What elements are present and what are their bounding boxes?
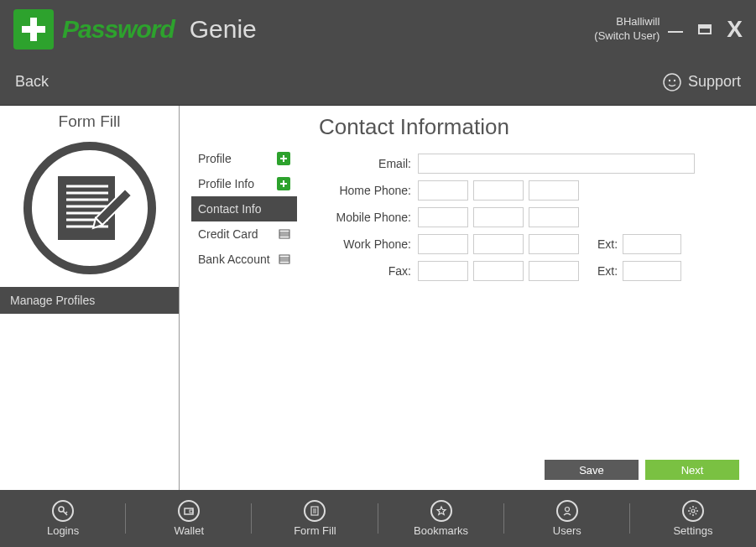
work-ext-field[interactable] <box>623 234 681 254</box>
home-phone-field-1[interactable] <box>418 180 468 201</box>
fax-ext-field[interactable] <box>623 261 681 281</box>
bottombar-item-bookmarks[interactable]: Bookmarks <box>378 490 504 547</box>
svg-point-2 <box>664 74 680 91</box>
mobile-phone-field-2[interactable] <box>473 207 524 227</box>
form-area: Contact Information Email: Home Phone: M… <box>302 106 756 490</box>
fax-label: Fax: <box>319 264 418 278</box>
svg-point-40 <box>691 509 695 513</box>
window-controls: X <box>668 18 743 41</box>
card-icon <box>279 228 290 240</box>
navbar: Back Support <box>0 59 756 106</box>
svg-point-4 <box>674 79 675 81</box>
mobile-phone-label: Mobile Phone: <box>319 211 418 224</box>
logo: Password Genie <box>13 9 257 49</box>
bottombar-label: Bookmarks <box>414 524 468 537</box>
work-ext-label: Ext: <box>597 237 618 251</box>
support-button[interactable]: Support <box>663 73 741 91</box>
svg-line-46 <box>696 513 696 514</box>
svg-line-31 <box>65 512 67 513</box>
bottombar-label: Users <box>553 524 581 537</box>
bottombar-item-form-fill[interactable]: Form Fill <box>252 490 378 547</box>
work-phone-field-1[interactable] <box>418 234 468 254</box>
subnav: Profile Profile Info Contact Info Credit… <box>180 106 302 490</box>
next-button[interactable]: Next <box>645 460 739 480</box>
subnav-label: Bank Account <box>198 253 270 266</box>
back-button[interactable]: Back <box>15 73 49 91</box>
work-phone-field-2[interactable] <box>473 234 524 254</box>
save-button[interactable]: Save <box>545 460 639 480</box>
bottombar-item-wallet[interactable]: Wallet <box>126 490 252 547</box>
user-info: BHalliwill (Switch User) <box>594 15 660 44</box>
home-phone-field-3[interactable] <box>529 180 579 201</box>
mobile-phone-field-3[interactable] <box>529 207 579 227</box>
bottombar-item-logins[interactable]: Logins <box>0 490 126 547</box>
bottombar-label: Form Fill <box>294 524 336 537</box>
svg-rect-32 <box>185 508 193 514</box>
svg-rect-7 <box>58 176 63 240</box>
home-phone-field-2[interactable] <box>473 180 524 201</box>
app-window: Password Genie BHalliwill (Switch User) … <box>0 0 756 547</box>
card-icon <box>279 253 290 265</box>
form-icon <box>304 500 326 522</box>
mobile-phone-field-1[interactable] <box>418 207 468 227</box>
svg-line-47 <box>690 513 691 514</box>
bottombar-label: Settings <box>673 524 712 537</box>
support-label: Support <box>688 73 741 91</box>
email-label: Email: <box>319 157 418 170</box>
sidebar: Form Fill Manage Profiles <box>0 106 180 490</box>
work-phone-field-3[interactable] <box>529 234 579 254</box>
subnav-label: Profile Info <box>198 177 254 190</box>
brand-password: Password <box>62 15 175 44</box>
gear-icon <box>682 500 704 522</box>
bottombar: Logins Wallet Form Fill Bookmarks Users … <box>0 490 756 547</box>
manage-profiles-button[interactable]: Manage Profiles <box>0 287 179 314</box>
fax-field-3[interactable] <box>529 261 579 281</box>
subnav-label: Profile <box>198 152 232 165</box>
subnav-item-profile[interactable]: Profile <box>191 146 297 171</box>
subnav-item-profile-info[interactable]: Profile Info <box>191 171 297 196</box>
svg-rect-20 <box>280 183 287 185</box>
bottombar-label: Logins <box>47 524 79 537</box>
svg-rect-1 <box>22 26 45 33</box>
svg-line-45 <box>690 508 691 508</box>
brand-genie: Genie <box>190 15 257 44</box>
support-icon <box>663 73 681 91</box>
maximize-button[interactable] <box>698 24 712 34</box>
star-icon <box>430 500 452 522</box>
subnav-label: Contact Info <box>198 202 262 216</box>
button-row: Save Next <box>545 460 739 480</box>
subnav-item-credit-card[interactable]: Credit Card <box>191 221 297 247</box>
bottombar-item-settings[interactable]: Settings <box>630 490 756 547</box>
bottombar-label: Wallet <box>174 524 204 537</box>
svg-point-3 <box>669 79 670 81</box>
bottombar-item-users[interactable]: Users <box>504 490 630 547</box>
home-phone-label: Home Phone: <box>319 184 418 197</box>
subnav-item-bank-account[interactable]: Bank Account <box>191 247 297 272</box>
minimize-button[interactable] <box>668 31 683 33</box>
sidebar-title: Form Fill <box>0 106 179 136</box>
email-field[interactable] <box>418 154 695 174</box>
form-fill-icon <box>0 136 179 287</box>
fax-ext-label: Ext: <box>597 264 618 278</box>
plus-icon <box>277 177 290 190</box>
svg-point-39 <box>565 508 569 512</box>
fax-field-2[interactable] <box>473 261 524 281</box>
key-icon <box>52 500 74 522</box>
fax-field-1[interactable] <box>418 261 468 281</box>
switch-user-link[interactable]: (Switch User) <box>594 29 660 44</box>
content: Form Fill Manage Profiles <box>0 106 756 490</box>
form-title: Contact Information <box>319 114 739 140</box>
plus-icon <box>277 152 290 165</box>
titlebar: Password Genie BHalliwill (Switch User) … <box>0 0 756 59</box>
user-icon <box>556 500 578 522</box>
plus-icon <box>13 9 54 49</box>
username: BHalliwill <box>594 15 660 29</box>
svg-marker-38 <box>437 507 446 515</box>
wallet-icon <box>178 500 200 522</box>
subnav-item-contact-info[interactable]: Contact Info <box>191 196 297 221</box>
svg-rect-18 <box>280 158 287 159</box>
svg-line-48 <box>696 508 696 508</box>
work-phone-label: Work Phone: <box>319 237 418 251</box>
close-button[interactable]: X <box>727 18 743 41</box>
subnav-label: Credit Card <box>198 227 258 241</box>
